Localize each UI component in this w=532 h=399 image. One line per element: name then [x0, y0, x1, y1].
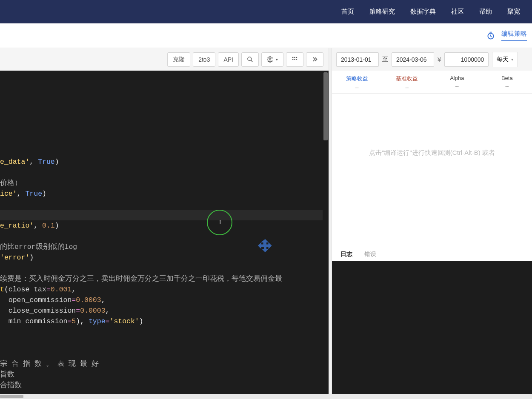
editor-vertical-scrollbar[interactable]: [323, 71, 329, 394]
scrollbar-thumb[interactable]: [323, 72, 328, 140]
nav-joinquant[interactable]: 聚宽: [500, 8, 528, 16]
chart-area: 点击"编译运行"进行快速回测(Ctrl-Alt-B) 或者: [332, 94, 532, 247]
nav-community[interactable]: 社区: [443, 8, 472, 16]
timer-icon[interactable]: [486, 31, 495, 40]
scrollbar-thumb[interactable]: [0, 395, 23, 398]
tab-log[interactable]: 日志: [340, 251, 352, 261]
svg-point-1: [248, 57, 252, 61]
grid-button[interactable]: [286, 52, 303, 67]
horizontal-scrollbar[interactable]: [0, 394, 532, 399]
date-separator: 至: [382, 56, 388, 63]
capital-input[interactable]: [444, 52, 489, 67]
stat-strategy: 策略收益 --: [332, 71, 382, 93]
sub-bar: 编辑策略: [0, 23, 532, 48]
editor-toolbar: 克隆 2to3 API ▾: [0, 48, 329, 71]
svg-rect-3: [292, 57, 294, 58]
stat-beta: Beta --: [482, 71, 532, 93]
stat-benchmark: 基准收益 --: [382, 71, 432, 93]
results-pane: 至 ¥ 每天 ▾ 策略收益 -- 基准收益 -- Alpha --: [332, 48, 532, 394]
top-nav: 首页 策略研究 数据字典 社区 帮助 聚宽: [0, 0, 532, 23]
chevron-double-right-icon: [312, 56, 318, 63]
log-tabs: 日志 错误: [332, 247, 532, 261]
frequency-label: 每天: [497, 56, 509, 63]
svg-rect-7: [294, 59, 295, 60]
2to3-button[interactable]: 2to3: [193, 52, 215, 67]
workspace: 克隆 2to3 API ▾ e_data', True) 价格） ice', T…: [0, 48, 532, 394]
move-icon: [257, 239, 273, 255]
svg-point-2: [269, 59, 271, 60]
start-date-input[interactable]: [336, 52, 379, 67]
search-button[interactable]: [241, 52, 259, 67]
nav-strategy[interactable]: 策略研究: [362, 8, 403, 16]
log-panel: 日志 错误: [332, 247, 532, 394]
nav-help[interactable]: 帮助: [472, 8, 500, 16]
api-button[interactable]: API: [218, 52, 239, 67]
code-editor[interactable]: e_data', True) 价格） ice', True) e_ratio',…: [0, 71, 329, 394]
svg-rect-5: [296, 57, 297, 58]
edit-strategy-link[interactable]: 编辑策略: [501, 30, 527, 41]
tab-error[interactable]: 错误: [364, 251, 376, 261]
clone-button[interactable]: 克隆: [167, 52, 190, 67]
svg-rect-6: [292, 59, 294, 60]
log-output[interactable]: [332, 261, 532, 394]
nav-data-dict[interactable]: 数据字典: [403, 8, 443, 16]
cursor-indicator-icon: [207, 210, 232, 235]
search-icon: [247, 56, 253, 63]
svg-rect-4: [294, 57, 295, 58]
settings-button[interactable]: ▾: [261, 52, 283, 67]
end-date-input[interactable]: [392, 52, 434, 67]
frequency-select[interactable]: 每天 ▾: [492, 52, 518, 67]
collapse-button[interactable]: [306, 52, 323, 67]
stats-row: 策略收益 -- 基准收益 -- Alpha -- Beta --: [332, 71, 532, 94]
pane-splitter[interactable]: [329, 48, 332, 394]
backtest-params: 至 ¥ 每天 ▾: [332, 48, 532, 71]
editor-pane: 克隆 2to3 API ▾ e_data', True) 价格） ice', T…: [0, 48, 329, 394]
chevron-down-icon: ▾: [511, 57, 513, 62]
nav-home[interactable]: 首页: [334, 8, 362, 16]
chevron-down-icon: ▾: [276, 57, 278, 62]
gear-icon: [267, 56, 273, 63]
grid-icon: [292, 56, 298, 63]
chart-placeholder-hint: 点击"编译运行"进行快速回测(Ctrl-Alt-B) 或者: [332, 149, 532, 157]
currency-symbol: ¥: [438, 56, 441, 63]
svg-rect-8: [296, 59, 297, 60]
stat-alpha: Alpha --: [432, 71, 482, 93]
